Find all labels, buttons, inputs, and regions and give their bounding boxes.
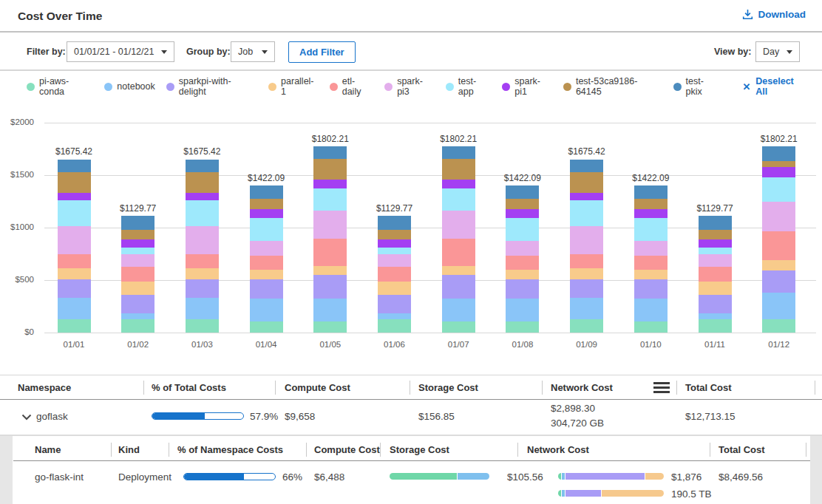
bar-segment-etl-daily[interactable]: [250, 256, 283, 270]
bar-segment-test-53ca9186-64145[interactable]: [313, 159, 347, 179]
legend-item-etl-daily[interactable]: etl-daily: [330, 76, 373, 97]
bar-segment-test-app[interactable]: [58, 200, 91, 226]
bar-segment-test-pkix[interactable]: [250, 185, 283, 199]
col-network-cost[interactable]: Network Cost: [551, 382, 613, 393]
bar-segment-etl-daily[interactable]: [121, 267, 154, 282]
bar-segment-parallel-1[interactable]: [699, 282, 732, 295]
bar-segment-pi-aws-conda[interactable]: [313, 321, 347, 333]
bar-segment-notebook[interactable]: [121, 313, 154, 319]
bar-segment-pi-aws-conda[interactable]: [762, 319, 795, 333]
bar-segment-test-53ca9186-64145[interactable]: [506, 199, 539, 209]
bar-segment-etl-daily[interactable]: [378, 267, 411, 282]
bar-segment-etl-daily[interactable]: [313, 239, 347, 266]
bar-segment-sparkpi-with-delight[interactable]: [378, 295, 411, 314]
stacked-bar-01/07[interactable]: [442, 146, 475, 333]
bar-segment-parallel-1[interactable]: [313, 266, 347, 275]
bar-segment-test-app[interactable]: [121, 248, 154, 254]
bar-segment-sparkpi-with-delight[interactable]: [186, 279, 219, 298]
add-filter-button[interactable]: Add Filter: [288, 41, 356, 63]
bar-segment-etl-daily[interactable]: [634, 256, 668, 270]
bar-segment-spark-pi1[interactable]: [442, 180, 475, 189]
bar-segment-test-pkix[interactable]: [762, 146, 795, 161]
stacked-bar-01/02[interactable]: [121, 216, 154, 333]
bar-segment-etl-daily[interactable]: [762, 231, 795, 260]
bar-segment-test-pkix[interactable]: [699, 216, 732, 230]
bar-segment-etl-daily[interactable]: [699, 267, 732, 282]
bar-segment-pi-aws-conda[interactable]: [442, 321, 475, 333]
bar-segment-sparkpi-with-delight[interactable]: [762, 270, 795, 293]
bar-segment-etl-daily[interactable]: [442, 239, 475, 266]
ncol-pct-namespace[interactable]: % of Namespace Costs: [177, 444, 283, 455]
bar-segment-test-app[interactable]: [570, 200, 603, 226]
bar-segment-test-53ca9186-64145[interactable]: [570, 172, 603, 193]
bar-segment-test-app[interactable]: [186, 200, 219, 226]
bar-segment-pi-aws-conda[interactable]: [121, 319, 154, 333]
bar-segment-spark-pi3[interactable]: [378, 254, 411, 267]
bar-segment-spark-pi3[interactable]: [442, 211, 475, 239]
bar-segment-spark-pi1[interactable]: [570, 193, 603, 200]
bar-segment-test-pkix[interactable]: [186, 160, 219, 172]
ncol-compute-cost[interactable]: Compute Cost: [314, 444, 380, 455]
bar-segment-test-53ca9186-64145[interactable]: [121, 230, 154, 239]
bar-segment-etl-daily[interactable]: [570, 254, 603, 269]
bar-segment-etl-daily[interactable]: [506, 256, 539, 270]
bar-segment-parallel-1[interactable]: [250, 270, 283, 279]
ncol-name[interactable]: Name: [35, 444, 61, 455]
legend-item-test-app[interactable]: test-app: [446, 76, 491, 97]
bar-segment-test-pkix[interactable]: [313, 146, 347, 160]
group-by-dropdown[interactable]: Job: [231, 41, 275, 62]
bar-segment-test-app[interactable]: [442, 188, 475, 211]
legend-item-test-53ca9186-64145[interactable]: test-53ca9186-64145: [563, 76, 662, 97]
download-button[interactable]: Download: [742, 9, 806, 20]
bar-segment-test-pkix[interactable]: [58, 160, 91, 172]
bar-segment-parallel-1[interactable]: [58, 268, 91, 279]
bar-segment-spark-pi1[interactable]: [699, 239, 732, 248]
stacked-bar-01/08[interactable]: [506, 185, 539, 333]
bar-segment-sparkpi-with-delight[interactable]: [313, 275, 347, 299]
stacked-bar-01/04[interactable]: [250, 185, 283, 333]
col-total-cost[interactable]: Total Cost: [685, 382, 732, 393]
ncol-network-cost[interactable]: Network Cost: [527, 444, 589, 455]
bar-segment-spark-pi1[interactable]: [762, 167, 795, 177]
bar-segment-test-pkix[interactable]: [634, 185, 668, 199]
stacked-bar-01/09[interactable]: [570, 160, 603, 333]
bar-segment-spark-pi1[interactable]: [186, 193, 219, 200]
bar-segment-notebook[interactable]: [762, 293, 795, 319]
bar-segment-notebook[interactable]: [58, 298, 91, 319]
bar-segment-spark-pi1[interactable]: [378, 239, 411, 248]
col-namespace[interactable]: Namespace: [18, 382, 71, 393]
bar-segment-pi-aws-conda[interactable]: [634, 321, 668, 333]
col-storage-cost[interactable]: Storage Cost: [418, 382, 478, 393]
bar-segment-spark-pi3[interactable]: [762, 202, 795, 232]
workload-row[interactable]: go-flask-int Deployment 66% $6,488 $105.…: [13, 461, 810, 504]
bar-segment-pi-aws-conda[interactable]: [378, 319, 411, 333]
stacked-bar-01/01[interactable]: [58, 160, 91, 333]
bar-segment-test-pkix[interactable]: [506, 185, 539, 199]
bar-segment-spark-pi3[interactable]: [634, 241, 668, 256]
bar-segment-etl-daily[interactable]: [186, 254, 219, 269]
bar-segment-notebook[interactable]: [250, 299, 283, 321]
bar-segment-test-53ca9186-64145[interactable]: [442, 159, 475, 179]
bar-segment-notebook[interactable]: [570, 298, 603, 319]
bar-segment-spark-pi3[interactable]: [58, 226, 91, 254]
stacked-bar-01/12[interactable]: [762, 146, 795, 333]
ncol-storage-cost[interactable]: Storage Cost: [390, 444, 449, 455]
bar-segment-test-app[interactable]: [506, 218, 539, 241]
bar-segment-spark-pi3[interactable]: [699, 254, 732, 267]
stacked-bar-01/03[interactable]: [186, 160, 219, 333]
legend-item-spark-pi3[interactable]: spark-pi3: [384, 76, 435, 97]
stacked-bar-01/10[interactable]: [634, 185, 668, 333]
stacked-bar-01/11[interactable]: [699, 216, 732, 333]
bar-segment-notebook[interactable]: [699, 313, 732, 319]
bar-segment-parallel-1[interactable]: [634, 270, 668, 279]
legend-item-pi-aws-conda[interactable]: pi-aws-conda: [27, 76, 93, 97]
bar-segment-parallel-1[interactable]: [186, 268, 219, 279]
bar-segment-sparkpi-with-delight[interactable]: [58, 279, 91, 298]
bar-segment-notebook[interactable]: [313, 299, 347, 321]
bar-segment-notebook[interactable]: [634, 299, 668, 321]
bar-segment-parallel-1[interactable]: [378, 282, 411, 295]
date-range-dropdown[interactable]: 01/01/21 - 01/12/21: [67, 41, 174, 62]
stacked-bar-01/05[interactable]: [313, 146, 347, 333]
bar-segment-sparkpi-with-delight[interactable]: [442, 275, 475, 299]
bar-segment-spark-pi1[interactable]: [58, 193, 91, 200]
